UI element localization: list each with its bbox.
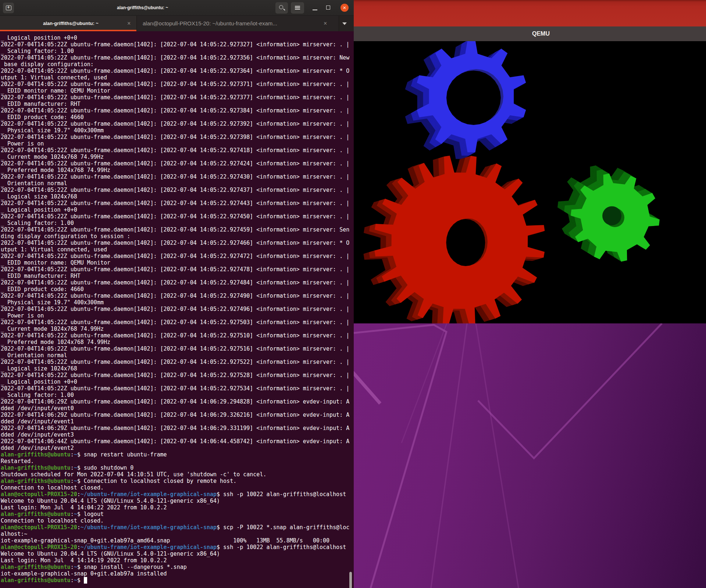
- terminal-line: Last login: Mon Jul 4 14:14:19 2022 from…: [1, 557, 350, 564]
- gears-svg: [354, 41, 706, 323]
- terminal-line: 2022-07-04T14:05:22Z ubuntu-frame.daemon…: [1, 372, 350, 379]
- terminal-line: Welcome to Ubuntu 20.04.4 LTS (GNU/Linux…: [1, 551, 350, 557]
- terminal-line: _ EDID monitor name: QEMU Monitor: [1, 87, 350, 94]
- terminal-line: 2022-07-04T14:05:22Z ubuntu-frame.daemon…: [1, 319, 350, 326]
- terminal-line: 2022-07-04T14:05:22Z ubuntu-frame.daemon…: [1, 240, 350, 246]
- terminal-line: _ Power is on: [1, 140, 350, 147]
- tab-label: alan@octopull-PROX15-20: ~/ubuntu-frame/…: [143, 16, 277, 31]
- terminal-line: 2022-07-04T14:05:22Z ubuntu-frame.daemon…: [1, 121, 350, 127]
- active-tab-underline: [0, 30, 136, 31]
- terminal-line: 2022-07-04T14:05:22Z ubuntu-frame.daemon…: [1, 385, 350, 392]
- terminal-line: 2022-07-04T14:05:22Z ubuntu-frame.daemon…: [1, 94, 350, 101]
- terminal-line: _ Orientation normal: [1, 352, 350, 359]
- terminal-line: alan-griffiths@ubuntu:~$ Connection to l…: [1, 478, 350, 484]
- terminal-line: 2022-07-04T14:05:22Z ubuntu-frame.daemon…: [1, 160, 350, 167]
- terminal-line: 2022-07-04T14:05:22Z ubuntu-frame.daemon…: [1, 345, 350, 352]
- terminal-line: alhost:~: [1, 531, 350, 537]
- terminal-line: alan-griffiths@ubuntu:~$ sudo shutdown 0: [1, 465, 350, 471]
- terminal-line: _ Logical position +0+0: [1, 35, 350, 41]
- search-icon: [279, 5, 283, 9]
- terminal-line: 2022-07-04T14:05:22Z ubuntu-frame.daemon…: [1, 173, 350, 180]
- terminal-text[interactable]: _ Logical position +0+02022-07-04T14:05:…: [1, 35, 350, 584]
- terminal-line: _ Orientation normal: [1, 180, 350, 187]
- terminal-line: alan@octopull-PROX15-20:~/ubuntu-frame/i…: [1, 544, 350, 551]
- terminal-line: utput 1: Virtual connected, used: [1, 246, 350, 253]
- terminal-line: dded /dev/input/event2: [1, 445, 350, 451]
- wallpaper-svg: [354, 323, 706, 588]
- terminal-line: 2022-07-04T14:06:44Z ubuntu-frame.daemon…: [1, 438, 350, 445]
- terminal-line: iot-example-graphical-snap 0+git.e1ab97a…: [1, 570, 350, 577]
- terminal-line: _ Scaling factor: 1.00: [1, 392, 350, 398]
- terminal-line: ding display configuration to session :: [1, 233, 350, 240]
- qemu-title: QEMU: [365, 26, 706, 41]
- terminal-line: 2022-07-04T14:05:22Z ubuntu-frame.daemon…: [1, 293, 350, 299]
- terminal-line: _ Logical position +0+0: [1, 379, 350, 385]
- tab-close-icon[interactable]: ×: [127, 16, 131, 31]
- terminal-line: _ Physical size 19.7" 400x300mm: [1, 299, 350, 306]
- search-icon-handle: [283, 8, 285, 11]
- terminal-line: 2022-07-04T14:05:22Z ubuntu-frame.daemon…: [1, 306, 350, 312]
- terminal-line: utput 1: Virtual connected, used: [1, 74, 350, 81]
- search-button[interactable]: [275, 2, 288, 14]
- terminal-line: Restarted.: [1, 458, 350, 465]
- terminal-line: _ Current mode 1024x768 74.99Hz: [1, 326, 350, 332]
- terminal-line: 2022-07-04T14:05:22Z ubuntu-frame.daemon…: [1, 359, 350, 365]
- terminal-line: alan-griffiths@ubuntu:~$: [1, 577, 350, 584]
- terminal-line: _ EDID product code: 4660: [1, 286, 350, 293]
- tab-close-icon[interactable]: ×: [324, 16, 327, 31]
- scrollbar-thumb[interactable]: [349, 572, 352, 588]
- new-tab-button[interactable]: +: [3, 3, 14, 13]
- terminal-line: 2022-07-04T14:05:22Z ubuntu-frame.daemon…: [1, 266, 350, 273]
- terminal-line: 2022-07-04T14:05:22Z ubuntu-frame.daemon…: [1, 41, 350, 48]
- terminal-line: 2022-07-04T14:06:29Z ubuntu-frame.daemon…: [1, 398, 350, 405]
- desktop-red-band: [354, 0, 706, 26]
- terminal-line: alan@octopull-PROX15-20:~/ubuntu-frame/i…: [1, 491, 350, 498]
- plus-icon: +: [3, 3, 14, 13]
- chevron-down-icon[interactable]: [342, 22, 347, 25]
- terminal-line: alan-griffiths@ubuntu:~$ logout: [1, 511, 350, 517]
- terminal-line: _ EDID manufacturer: RHT: [1, 101, 350, 107]
- terminal-line: 2022-07-04T14:05:22Z ubuntu-frame.daemon…: [1, 253, 350, 259]
- minimize-button[interactable]: [313, 10, 317, 10]
- terminal-line: 2022-07-04T14:05:22Z ubuntu-frame.daemon…: [1, 200, 350, 207]
- tab-bar: alan-griffiths@ubuntu: ~ × alan@octopull…: [0, 16, 354, 31]
- terminal-line: dded /dev/input/event0: [1, 405, 350, 412]
- terminal-line: _ Scaling factor: 1.00: [1, 48, 350, 54]
- desktop-wallpaper: [354, 323, 706, 588]
- terminal-line: 2022-07-04T14:06:29Z ubuntu-frame.daemon…: [1, 412, 350, 418]
- close-button[interactable]: ×: [340, 4, 349, 12]
- terminal-line: _ Current mode 1024x768 74.99Hz: [1, 154, 350, 160]
- terminal-line: Connection to localhost closed.: [1, 517, 350, 524]
- terminal-line: _ EDID monitor name: QEMU Monitor: [1, 259, 350, 266]
- terminal-headerbar[interactable]: + alan-griffiths@ubuntu: ~ ×: [0, 0, 354, 16]
- terminal-line: 2022-07-04T14:05:22Z ubuntu-frame.daemon…: [1, 147, 350, 154]
- terminal-line: _ Preferred mode 1024x768 74.99Hz: [1, 339, 350, 345]
- terminal-line: 2022-07-04T14:05:22Z ubuntu-frame.daemon…: [1, 187, 350, 193]
- terminal-line: base display configuration:: [1, 61, 350, 68]
- terminal-line: _ Scaling factor: 1.00: [1, 220, 350, 226]
- terminal-line: 2022-07-04T14:05:22Z ubuntu-frame.daemon…: [1, 54, 350, 61]
- terminal-window: + alan-griffiths@ubuntu: ~ × alan-griffi…: [0, 0, 354, 588]
- terminal-line: _ Logical size 1024x768: [1, 365, 350, 372]
- menu-button[interactable]: [291, 2, 304, 14]
- terminal-line: 2022-07-04T14:05:22Z ubuntu-frame.daemon…: [1, 107, 350, 114]
- terminal-line: 2022-07-04T14:05:22Z ubuntu-frame.daemon…: [1, 332, 350, 339]
- terminal-line: _ Physical size 19.7" 400x300mm: [1, 127, 350, 134]
- qemu-screen: [354, 41, 706, 323]
- maximize-button[interactable]: [326, 6, 330, 10]
- window-title: alan-griffiths@ubuntu: ~: [117, 0, 168, 15]
- terminal-line: alan-griffiths@ubuntu:~$ snap restart ub…: [1, 451, 350, 458]
- terminal-line: Welcome to Ubuntu 20.04.4 LTS (GNU/Linux…: [1, 498, 350, 504]
- tab-divider: [339, 16, 339, 31]
- terminal-line: 2022-07-04T14:05:22Z ubuntu-frame.daemon…: [1, 68, 350, 74]
- qemu-titlebar[interactable]: QEMU: [354, 26, 706, 41]
- terminal-line: Connection to localhost closed.: [1, 484, 350, 491]
- tab-label: alan-griffiths@ubuntu: ~: [43, 16, 99, 31]
- terminal-line: dded /dev/input/event1: [1, 418, 350, 425]
- terminal-line: 2022-07-04T14:05:22Z ubuntu-frame.daemon…: [1, 81, 350, 87]
- terminal-line: 2022-07-04T14:06:29Z ubuntu-frame.daemon…: [1, 425, 350, 431]
- terminal-line: 2022-07-04T14:05:22Z ubuntu-frame.daemon…: [1, 226, 350, 233]
- terminal-line: _ EDID product code: 4660: [1, 114, 350, 121]
- terminal-line: 2022-07-04T14:05:22Z ubuntu-frame.daemon…: [1, 279, 350, 286]
- hamburger-icon: [295, 6, 300, 10]
